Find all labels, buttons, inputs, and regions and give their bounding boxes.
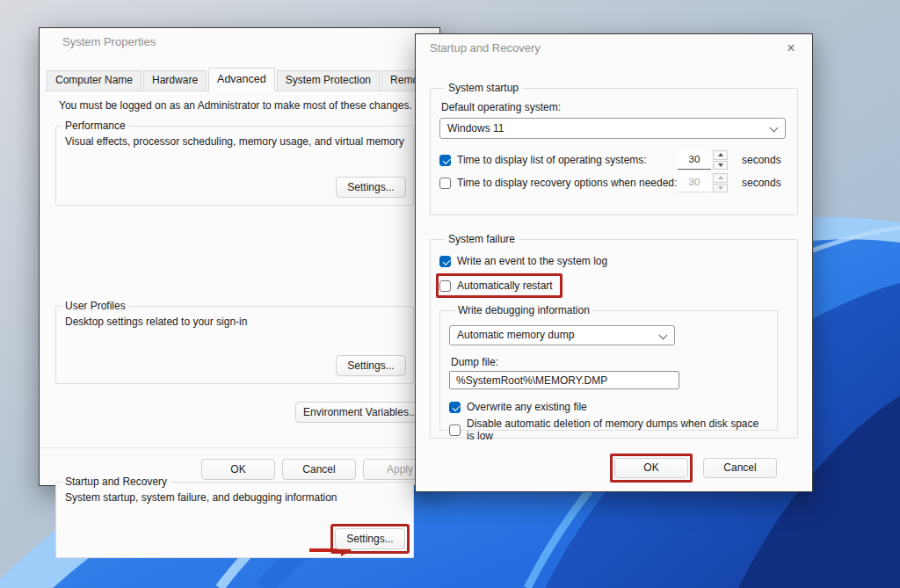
auto-restart-row: Automatically restart: [439, 277, 553, 294]
disable-deletion-row: Disable automatic deletion of memory dum…: [449, 419, 768, 440]
close-icon[interactable]: ×: [782, 40, 800, 57]
performance-settings-button[interactable]: Settings...: [336, 177, 406, 198]
cancel-button[interactable]: Cancel: [703, 458, 777, 478]
ok-button[interactable]: OK: [201, 459, 275, 480]
overwrite-label: Overwrite any existing file: [467, 401, 587, 413]
user-profiles-desc: Desktop settings related to your sign-in: [65, 316, 413, 328]
recovery-time-value: 30: [678, 173, 711, 192]
tab-system-protection[interactable]: System Protection: [277, 70, 380, 91]
overwrite-checkbox[interactable]: [449, 402, 461, 413]
write-debugging-group: Write debugging information Automatic me…: [439, 304, 778, 431]
os-list-time-label: Time to display list of operating system…: [457, 154, 678, 166]
chevron-down-icon: [770, 124, 779, 133]
annotation-box-settings: Settings...: [330, 524, 410, 554]
startup-and-recovery-dialog: Startup and Recovery × System startup De…: [415, 33, 813, 492]
chevron-down-icon: [659, 331, 668, 340]
seconds-label: seconds: [742, 154, 781, 166]
write-event-checkbox[interactable]: [439, 256, 451, 267]
system-startup-group: System startup Default operating system:…: [430, 82, 798, 215]
default-os-dropdown[interactable]: Windows 11: [439, 118, 786, 139]
write-event-row: Write an event to the system log: [439, 250, 788, 272]
overwrite-row: Overwrite any existing file: [449, 396, 768, 417]
dump-file-label: Dump file:: [451, 356, 768, 368]
recovery-time-label: Time to display recovery options when ne…: [457, 177, 678, 189]
dump-file-input[interactable]: [449, 371, 679, 389]
ok-button[interactable]: OK: [614, 458, 688, 478]
recovery-time-spinner: 30: [678, 173, 728, 192]
os-list-time-value[interactable]: 30: [678, 150, 711, 170]
user-profiles-group: User Profiles Desktop settings related t…: [55, 300, 414, 384]
cancel-button[interactable]: Cancel: [282, 459, 356, 480]
performance-group: Performance Visual effects, processor sc…: [55, 120, 414, 206]
write-event-label: Write an event to the system log: [457, 255, 607, 267]
os-list-time-spinner[interactable]: 30: [678, 150, 728, 170]
footer-separator: [40, 447, 439, 448]
tab-computer-name[interactable]: Computer Name: [47, 70, 142, 91]
dialog-body: System startup Default operating system:…: [430, 61, 798, 439]
user-profiles-group-title: User Profiles: [62, 300, 129, 312]
auto-restart-label: Automatically restart: [457, 279, 553, 292]
performance-desc: Visual effects, processor scheduling, me…: [65, 135, 413, 148]
system-failure-group: System failure Write an event to the sys…: [430, 233, 798, 439]
disable-deletion-label: Disable automatic deletion of memory dum…: [467, 417, 768, 442]
system-failure-group-title: System failure: [445, 233, 519, 245]
os-list-time-checkbox[interactable]: [439, 155, 451, 166]
system-properties-dialog: System Properties Computer Name Hardware…: [39, 27, 440, 486]
seconds-label: seconds: [742, 177, 781, 189]
spinner-up-icon: [713, 173, 728, 183]
auto-restart-checkbox[interactable]: [439, 280, 451, 292]
spinner-down-icon[interactable]: [713, 161, 728, 171]
default-os-value: Windows 11: [447, 122, 504, 134]
dialog-title: System Properties: [62, 35, 156, 48]
admin-note: You must be logged on as an Administrato…: [59, 99, 432, 112]
dialog-footer: OK Cancel: [610, 454, 777, 483]
recovery-time-checkbox[interactable]: [439, 178, 451, 189]
startup-recovery-desc: System startup, system failure, and debu…: [65, 491, 413, 504]
spinner-down-icon: [713, 184, 728, 193]
performance-group-title: Performance: [62, 120, 129, 132]
disable-deletion-checkbox[interactable]: [449, 425, 461, 436]
write-debugging-group-title: Write debugging information: [454, 304, 593, 316]
dump-type-dropdown[interactable]: Automatic memory dump: [449, 325, 675, 345]
annotation-box-auto-restart: Automatically restart: [436, 273, 562, 298]
tab-hardware[interactable]: Hardware: [143, 70, 207, 91]
startup-recovery-group: Startup and Recovery System startup, sys…: [55, 475, 414, 558]
annotation-box-ok: OK: [610, 454, 693, 483]
dialog-title: Startup and Recovery: [430, 41, 541, 54]
recovery-time-row: Time to display recovery options when ne…: [439, 172, 788, 193]
environment-variables-button[interactable]: Environment Variables...: [295, 402, 425, 423]
os-list-time-row: Time to display list of operating system…: [439, 149, 788, 171]
tab-strip: Computer Name Hardware Advanced System P…: [47, 67, 438, 91]
spinner-up-icon[interactable]: [713, 150, 728, 160]
system-startup-group-title: System startup: [445, 82, 522, 94]
startup-recovery-settings-button[interactable]: Settings...: [335, 528, 405, 549]
tab-advanced[interactable]: Advanced: [208, 68, 275, 91]
startup-recovery-group-title: Startup and Recovery: [62, 475, 171, 488]
user-profiles-settings-button[interactable]: Settings...: [336, 355, 406, 376]
dump-type-value: Automatic memory dump: [457, 329, 574, 341]
default-os-label: Default operating system:: [441, 101, 788, 113]
